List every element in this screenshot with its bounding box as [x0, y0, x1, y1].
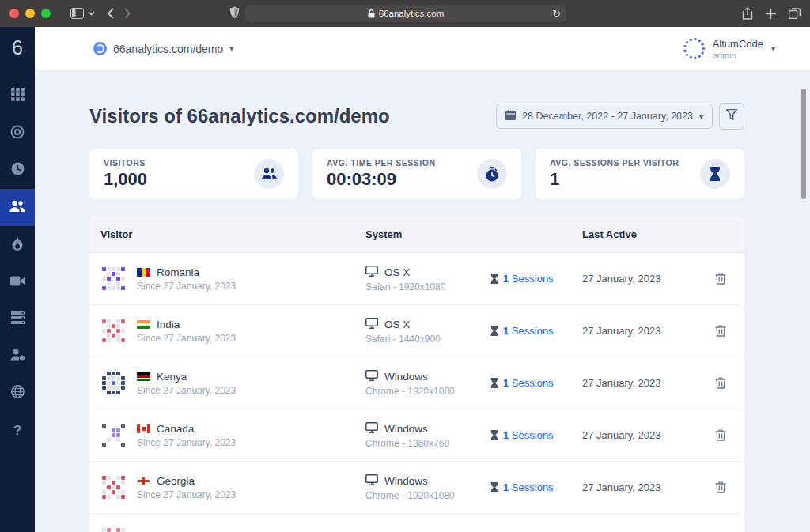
visitor-browser: Safari - 1440x900 [365, 334, 490, 345]
reload-icon[interactable]: ↻ [552, 8, 561, 20]
privacy-shield-icon[interactable] [229, 6, 240, 19]
trash-icon[interactable] [715, 325, 733, 337]
account-menu[interactable]: AltumCode admin ▾ [683, 38, 775, 60]
target-icon [10, 125, 25, 142]
sidebar-item-domains[interactable] [0, 375, 35, 412]
hourglass-icon [490, 378, 498, 388]
trash-icon[interactable] [715, 273, 733, 285]
sessions-link[interactable]: 1 Sessions [490, 273, 582, 285]
country-flag-icon [137, 320, 150, 329]
last-active-date: 27 January, 2023 [582, 481, 715, 493]
stat-value: 1 [550, 169, 679, 190]
stopwatch-icon [477, 159, 507, 189]
question-icon: ? [13, 423, 21, 439]
video-camera-icon [10, 275, 25, 289]
stat-label: Avg. Sessions Per Visitor [550, 158, 679, 168]
column-header-visitor: Visitor [100, 228, 365, 240]
country-flag-icon [137, 372, 150, 381]
trash-icon[interactable] [715, 429, 733, 441]
sidebar-item-dashboard[interactable] [0, 77, 35, 115]
column-header-last-active: Last Active [582, 228, 715, 240]
sessions-link[interactable]: 1 Sessions [490, 325, 582, 337]
visitor-since: Since 27 January, 2023 [137, 489, 236, 500]
stat-label: Visitors [104, 158, 147, 168]
visitor-browser: Chrome - 1360x768 [365, 438, 490, 449]
sessions-link[interactable]: 1 Sessions [490, 481, 582, 493]
date-range-picker[interactable]: 28 December, 2022 - 27 January, 2023 ▾ [496, 104, 713, 129]
sidebar-item-help[interactable]: ? [0, 412, 35, 449]
chevron-down-icon: ▾ [771, 44, 775, 53]
sidebar-item-events[interactable] [0, 300, 35, 338]
tab-overview-icon[interactable] [789, 8, 801, 19]
page-title: Visitors of 66analytics.com/demo [89, 105, 390, 127]
address-bar[interactable]: 66analytics.com ↻ [245, 5, 566, 22]
chevron-down-icon: ▾ [229, 44, 233, 53]
visitor-country: India [157, 319, 180, 330]
hourglass-icon [700, 159, 730, 189]
sidebar-item-heatmaps[interactable] [0, 226, 35, 263]
zoom-window-button[interactable] [41, 9, 51, 18]
hourglass-icon [490, 482, 498, 492]
filter-button[interactable] [719, 103, 744, 130]
sidebar-item-goals[interactable] [0, 115, 35, 152]
share-icon[interactable] [742, 7, 753, 20]
visitor-os: Windows [384, 371, 428, 383]
visitor-since: Since 27 January, 2023 [137, 385, 236, 396]
monitor-icon [365, 474, 378, 488]
monitor-icon [365, 318, 378, 331]
sidebar-toggle-icon[interactable] [70, 8, 84, 19]
visitor-os: Windows [384, 475, 428, 487]
account-name: AltumCode [713, 38, 763, 50]
visitor-browser: Safari - 1920x1080 [365, 281, 490, 292]
hourglass-icon [490, 326, 498, 336]
visitor-browser: Chrome - 1920x1080 [365, 386, 490, 397]
monitor-icon [365, 266, 378, 279]
clock-icon [11, 162, 25, 179]
sidebar-item-visitors[interactable] [0, 189, 35, 226]
table-row: Georgia Since 27 January, 2023 Windows C… [89, 462, 744, 514]
visitor-avatar [100, 266, 127, 292]
visitor-avatar [100, 474, 127, 500]
sidebar-item-profiles[interactable] [0, 338, 35, 375]
sidebar-item-recordings[interactable] [0, 263, 35, 300]
visitor-avatar [100, 422, 127, 448]
minimize-window-button[interactable] [25, 9, 35, 18]
close-window-button[interactable] [9, 9, 19, 18]
site-selector[interactable]: 66analytics.com/demo ▾ [93, 42, 233, 55]
stat-card-avg-time: Avg. Time Per Session 00:03:09 [312, 149, 521, 199]
visitor-os: Windows [384, 423, 428, 435]
table-row: Canada Since 27 January, 2023 Windows Ch… [89, 409, 744, 462]
table-header: Visitor System Last Active [89, 217, 744, 253]
server-icon [11, 311, 25, 327]
funnel-icon [726, 109, 737, 123]
column-header-system: System [365, 228, 490, 240]
flame-icon [12, 236, 23, 254]
trash-icon[interactable] [715, 481, 733, 493]
date-range-label: 28 December, 2022 - 27 January, 2023 [522, 111, 693, 122]
tab-chevron-icon[interactable] [88, 11, 95, 16]
sidebar-item-realtime[interactable] [0, 152, 35, 189]
visitor-os: OS X [384, 319, 410, 330]
url-text: 66analytics.com [379, 9, 444, 18]
table-row: Romania Since 27 January, 2023 OS X Safa… [89, 253, 744, 305]
chevron-down-icon: ▾ [699, 112, 703, 121]
new-tab-icon[interactable] [766, 9, 776, 19]
visitor-avatar [100, 370, 127, 396]
sessions-link[interactable]: 1 Sessions [490, 429, 582, 441]
visitor-rows: Romania Since 27 January, 2023 OS X Safa… [89, 253, 744, 532]
visitor-country: Kenya [157, 371, 187, 383]
monitor-icon [365, 422, 378, 436]
trash-icon[interactable] [715, 377, 733, 389]
visitor-since: Since 27 January, 2023 [137, 437, 236, 448]
sessions-link[interactable]: 1 Sessions [490, 377, 582, 389]
page-scrollbar[interactable] [801, 89, 806, 199]
table-row: Kenya Since 27 January, 2023 Windows Chr… [89, 357, 744, 409]
hourglass-icon [490, 274, 498, 284]
window-controls[interactable] [9, 9, 51, 18]
last-active-date: 27 January, 2023 [582, 377, 715, 389]
stat-label: Avg. Time Per Session [327, 158, 436, 168]
back-icon[interactable] [107, 8, 114, 19]
site-favicon-icon [93, 42, 107, 55]
visitor-since: Since 27 January, 2023 [137, 333, 236, 344]
visitor-country: Romania [157, 266, 199, 278]
